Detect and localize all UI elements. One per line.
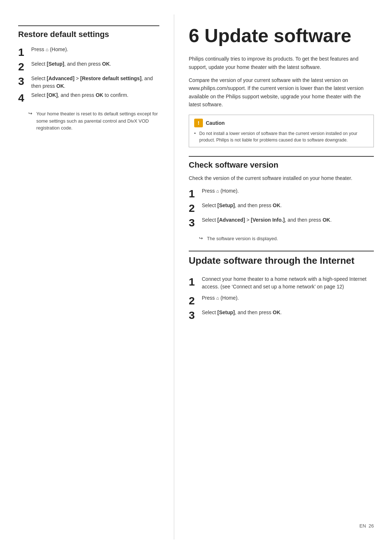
ui-step-1: 1 Connect your home theater to a home ne… (189, 275, 374, 291)
cv-step-3-num: 3 (189, 216, 202, 229)
restore-note-text: Your home theater is reset to its defaul… (36, 110, 159, 132)
step-4: 4 Select [OK], and then press OK to conf… (18, 91, 159, 104)
cv-arrow-icon: ↪ (199, 235, 205, 241)
restore-steps: 1 Press ⌂ (Home). 2 Select [Setup], and … (18, 46, 159, 104)
update-internet-steps: 1 Connect your home theater to a home ne… (189, 275, 374, 322)
cv-step-1: 1 Press ⌂ (Home). (189, 187, 374, 200)
caution-title: Caution (206, 120, 225, 126)
check-version-steps: 1 Press ⌂ (Home). 2 Select [Setup], and … (189, 187, 374, 229)
check-version-intro: Check the version of the current softwar… (189, 174, 374, 182)
footer-lang: EN (359, 523, 366, 529)
cv-step-3: 3 Select [Advanced] > [Version Info.], a… (189, 216, 374, 229)
left-column: Restore default settings 1 Press ⌂ (Home… (0, 15, 174, 539)
divider-1 (189, 156, 374, 157)
page: Restore default settings 1 Press ⌂ (Home… (0, 0, 392, 554)
home-icon-1: ⌂ (46, 46, 49, 53)
home-icon-2: ⌂ (216, 188, 219, 195)
ui-step-2-num: 2 (189, 294, 202, 307)
step-1-num: 1 (18, 46, 31, 59)
cv-step-3-text: Select [Advanced] > [Version Info.], and… (202, 216, 332, 224)
step-2-num: 2 (18, 60, 31, 73)
step-1-text: Press ⌂ (Home). (31, 46, 68, 53)
ui-step-1-text: Connect your home theater to a home netw… (202, 275, 374, 291)
step-3-text: Select [Advanced] > [Restore default set… (31, 75, 159, 90)
step-3-num: 3 (18, 75, 31, 88)
update-internet-title: Update software through the Internet (189, 255, 374, 266)
step-1: 1 Press ⌂ (Home). (18, 46, 159, 59)
cv-step-2: 2 Select [Setup], and then press OK. (189, 202, 374, 215)
ui-step-3-text: Select [Setup], and then press OK. (202, 309, 282, 316)
cv-step-1-text: Press ⌂ (Home). (202, 187, 239, 195)
check-version-title: Check software version (189, 160, 374, 170)
caution-header: ! Caution (194, 119, 368, 127)
cv-step-2-text: Select [Setup], and then press OK. (202, 202, 282, 209)
caution-box: ! Caution Do not install a lower version… (189, 115, 374, 147)
restore-section-title: Restore default settings (18, 25, 159, 39)
ui-step-2: 2 Press ⌂ (Home). (189, 294, 374, 307)
step-4-text: Select [OK], and then press OK to confir… (31, 91, 128, 99)
caution-icon: ! (194, 119, 203, 127)
intro-para-1: Philips continually tries to improve its… (189, 55, 374, 71)
arrow-icon: ↪ (28, 111, 35, 116)
home-icon-3: ⌂ (216, 295, 219, 302)
ui-step-1-num: 1 (189, 275, 202, 288)
cv-step-1-num: 1 (189, 187, 202, 200)
page-footer: EN 26 (359, 523, 374, 529)
chapter-number: 6 (189, 25, 199, 46)
step-2: 2 Select [Setup], and then press OK. (18, 60, 159, 73)
right-column: 6 Update software Philips continually tr… (174, 15, 392, 539)
divider-2 (189, 251, 374, 251)
step-4-num: 4 (18, 91, 31, 104)
step-3: 3 Select [Advanced] > [Restore default s… (18, 75, 159, 90)
cv-note-text: The software version is displayed. (207, 235, 278, 242)
intro-para-2: Compare the version of your current soft… (189, 76, 374, 109)
ui-step-3: 3 Select [Setup], and then press OK. (189, 309, 374, 322)
caution-bullet: Do not install a lower version of softwa… (194, 130, 368, 143)
step-2-text: Select [Setup], and then press OK. (31, 60, 111, 68)
restore-arrow-note: ↪ Your home theater is reset to its defa… (28, 110, 159, 132)
footer-page: 26 (369, 523, 374, 529)
cv-step-2-num: 2 (189, 202, 202, 215)
cv-arrow-note: ↪ The software version is displayed. (199, 235, 374, 242)
chapter-title: Update software (204, 25, 351, 46)
chapter-heading: 6 Update software (189, 25, 374, 46)
ui-step-3-num: 3 (189, 309, 202, 322)
ui-step-2-text: Press ⌂ (Home). (202, 294, 239, 302)
